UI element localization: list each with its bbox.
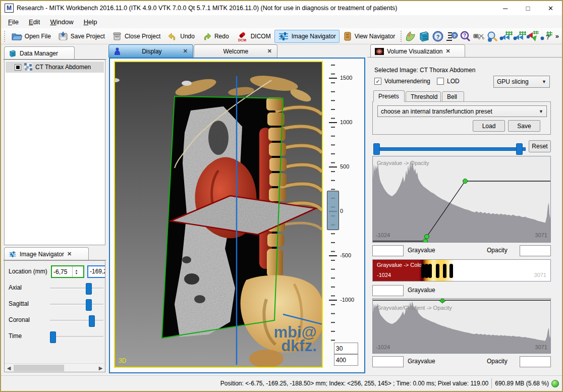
display-tab-close-icon[interactable]: ✕	[183, 48, 188, 54]
opacity-grayvalue-input[interactable]	[372, 245, 404, 256]
opacity-histogram: Grayvalue -> Opacity -1024 3071	[373, 156, 550, 242]
color-transfer-widget[interactable]: Grayvalue -> Color -1024 3071	[372, 259, 551, 282]
scrollbar-thumb[interactable]	[14, 365, 64, 371]
color-handle-3[interactable]	[428, 264, 432, 278]
sagittal-slider-handle[interactable]	[86, 299, 92, 311]
toolbar-grip-2[interactable]	[400, 30, 403, 42]
pointset-interaction-button[interactable]	[499, 30, 513, 43]
color-handle-4[interactable]	[436, 264, 439, 278]
image-navigator-close-icon[interactable]: ✕	[67, 251, 72, 257]
spin-arrows[interactable]: ▲▼	[72, 266, 80, 277]
close-button[interactable]: ✕	[539, 1, 562, 15]
bell-tab[interactable]: Bell	[442, 91, 464, 102]
data-manager-tab-label: Data Manager	[20, 50, 58, 57]
color-grayvalue-input[interactable]	[372, 285, 404, 296]
spin-down-icon[interactable]: ▼	[75, 272, 78, 275]
image-navigator-button[interactable]: Image Navigator	[274, 30, 340, 43]
location-y-input[interactable]	[88, 267, 105, 275]
reset-button[interactable]: Reset	[529, 140, 551, 152]
time-slider[interactable]	[50, 336, 103, 338]
welcome-tab-close-icon[interactable]: ✕	[267, 48, 272, 54]
color-handle-2[interactable]	[425, 264, 428, 278]
surface-icon	[405, 30, 417, 42]
display-tab[interactable]: Display ✕	[108, 44, 193, 58]
save-project-button[interactable]: Save Project	[54, 30, 108, 43]
toolbar-grip[interactable]	[4, 30, 6, 42]
datastorage-button[interactable]	[418, 30, 431, 43]
surface-tool-button[interactable]	[404, 30, 418, 43]
undo-button[interactable]: Undo	[164, 30, 198, 43]
location-y-spinbox[interactable]	[87, 265, 105, 278]
location-x-input[interactable]	[52, 266, 72, 277]
opacity-value-input[interactable]	[520, 245, 551, 256]
maximize-button[interactable]: □	[517, 1, 539, 15]
location-x-spinbox[interactable]: ▲▼	[51, 265, 84, 278]
context-help-button[interactable]: ?	[459, 30, 472, 43]
horizontal-scrollbar[interactable]: ◀ ▶	[5, 363, 105, 372]
render-window-3d[interactable]: 3D mbi@ dkfz.	[114, 61, 323, 368]
redo-button[interactable]: Redo	[198, 30, 233, 43]
view-navigator-label: View Navigator	[355, 33, 395, 40]
camera-scissors-icon	[473, 30, 485, 42]
save-button[interactable]: Save	[508, 120, 540, 132]
pointset-button[interactable]	[513, 30, 526, 43]
node-visibility-checkbox[interactable]	[15, 64, 21, 71]
window-input[interactable]	[334, 354, 358, 366]
ruler-tick-neg1000: -1000	[329, 300, 337, 301]
volume-visualization-tab[interactable]: Volume Visualization ✕	[370, 44, 465, 58]
axial-slider-handle[interactable]	[86, 283, 92, 295]
checkbox-mark	[16, 66, 20, 69]
scroll-left-icon[interactable]: ◀	[5, 365, 13, 371]
volume-visualization-close-icon[interactable]: ✕	[446, 48, 451, 54]
registration-button[interactable]	[526, 30, 540, 43]
levelwindow-ruler[interactable]: 1500 1000 500 0 -500 -1000	[329, 65, 364, 347]
sagittal-slider[interactable]	[50, 304, 103, 306]
menu-file[interactable]: File	[3, 17, 24, 27]
gradient-grayvalue-input[interactable]	[372, 356, 404, 367]
data-node-row[interactable]: CT Thorax Abdomen	[6, 62, 104, 73]
scroll-right-icon[interactable]: ▶	[96, 365, 105, 371]
coronal-slider[interactable]	[50, 320, 103, 322]
menu-help[interactable]: Help	[79, 17, 102, 27]
data-manager-tab[interactable]: Data Manager	[4, 46, 75, 60]
image-navigator-view-tab[interactable]: Image Navigator ✕	[4, 247, 89, 260]
coronal-slider-handle[interactable]	[89, 315, 95, 327]
dicom-button[interactable]: DCM DICOM	[233, 29, 274, 43]
range-slider[interactable]	[373, 143, 526, 155]
color-handle-5[interactable]	[443, 264, 446, 278]
minimize-button[interactable]: ─	[494, 1, 517, 15]
threshold-tab[interactable]: Threshold	[406, 91, 441, 102]
levelwindow-slider-handle[interactable]	[327, 191, 339, 230]
open-file-label: Open File	[25, 33, 51, 40]
color-handle-6[interactable]	[449, 264, 453, 278]
close-project-button[interactable]: Close Project	[108, 30, 164, 43]
lod-checkbox[interactable]	[437, 78, 444, 85]
welcome-tab[interactable]: Welcome ✕	[194, 44, 277, 58]
status-bar: Position: <-6.75, -169.25, -188.50> mm; …	[1, 375, 562, 391]
screenshot-button[interactable]	[472, 30, 485, 43]
svg-text:DCM: DCM	[238, 38, 246, 42]
range-slider-handle-left[interactable]	[373, 143, 380, 155]
volumerendering-checkbox[interactable]: ✓	[374, 78, 381, 85]
presets-tab[interactable]: Presets	[373, 90, 405, 102]
menu-window[interactable]: Window	[45, 17, 78, 27]
menu-edit[interactable]: Edit	[24, 17, 45, 27]
gradient-opacity-widget[interactable]: Grayvalue/Gradient -> Opacity -1024 3071	[372, 298, 551, 354]
search-button[interactable]	[485, 30, 499, 43]
gradient-opacity-input[interactable]	[520, 356, 551, 367]
open-file-button[interactable]: Open File	[8, 30, 54, 43]
range-slider-handle-right[interactable]	[516, 143, 523, 155]
time-slider-handle[interactable]	[50, 331, 56, 343]
opacity-transfer-widget[interactable]: Grayvalue -> Opacity -1024 3071	[372, 156, 551, 243]
color-handle-1[interactable]	[421, 264, 425, 278]
toolbar-overflow-chevron[interactable]: »	[553, 32, 561, 40]
measurement-button[interactable]: ?	[540, 30, 553, 43]
help-button[interactable]: ?	[431, 30, 445, 43]
renderer-combobox[interactable]: GPU slicing ▼	[493, 76, 550, 88]
load-button[interactable]: Load	[473, 120, 505, 132]
preset-combobox[interactable]: choose an internal transferfunction pres…	[377, 105, 547, 117]
view-navigator-button[interactable]: View Navigator	[340, 30, 399, 43]
level-input[interactable]	[334, 343, 358, 354]
logging-help-button[interactable]: ?	[445, 30, 459, 43]
axial-slider[interactable]	[50, 288, 103, 290]
